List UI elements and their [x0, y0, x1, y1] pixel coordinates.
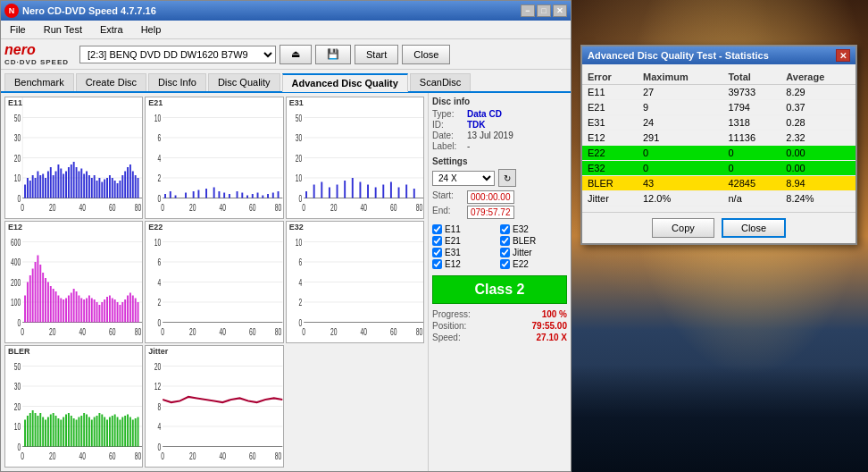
svg-text:30: 30 — [14, 382, 21, 392]
svg-rect-270 — [106, 420, 108, 447]
stats-cell-error: E22 — [582, 146, 638, 161]
svg-rect-61 — [138, 178, 139, 198]
close-app-button[interactable]: Close — [402, 45, 450, 64]
svg-text:60: 60 — [109, 203, 116, 214]
end-label: End: — [432, 206, 463, 219]
stats-col-total: Total — [722, 70, 780, 85]
svg-text:40: 40 — [220, 203, 227, 214]
tab-scan-disc[interactable]: ScanDisc — [410, 73, 471, 91]
svg-rect-34 — [68, 167, 70, 198]
svg-text:600: 600 — [11, 237, 21, 248]
svg-text:50: 50 — [14, 113, 21, 123]
nero-application: N Nero CD-DVD Speed 4.7.7.16 − □ ✕ File … — [0, 0, 572, 472]
svg-text:10: 10 — [295, 173, 302, 184]
svg-rect-251 — [57, 418, 59, 447]
start-row: Start: 000:00.00 — [432, 190, 567, 204]
svg-rect-272 — [112, 416, 113, 447]
position-row: Position: 79:55.00 — [432, 321, 567, 331]
disc-label-val: - — [467, 141, 470, 151]
svg-rect-256 — [71, 416, 72, 447]
stats-col-average: Average — [780, 70, 855, 85]
close-button[interactable]: ✕ — [553, 4, 567, 17]
drive-select[interactable]: [2:3] BENQ DVD DD DW1620 B7W9 — [79, 46, 276, 63]
menu-bar: File Run Test Extra Help — [1, 21, 571, 39]
svg-text:20: 20 — [189, 451, 196, 462]
tab-advanced-disc-quality[interactable]: Advanced Disc Quality — [282, 73, 408, 92]
svg-rect-254 — [65, 415, 67, 447]
svg-rect-241 — [32, 410, 34, 447]
menu-file[interactable]: File — [4, 22, 31, 37]
checkbox-bler: BLER — [500, 236, 567, 246]
menu-run-test[interactable]: Run Test — [38, 22, 88, 37]
stats-cell-total: 0 — [722, 161, 780, 176]
speed-label2: Speed: — [432, 333, 461, 342]
background-panel: Advanced Disc Quality Test - Statistics … — [572, 0, 868, 472]
chart-e12-svg: 0 100 200 400 600 0 20 40 60 80 — [5, 222, 142, 342]
svg-text:2: 2 — [158, 173, 162, 184]
stats-cell-total: 39733 — [722, 85, 780, 100]
svg-rect-125 — [390, 182, 392, 198]
svg-rect-279 — [129, 417, 131, 447]
stats-cell-error: E12 — [582, 131, 638, 146]
svg-rect-52 — [114, 181, 116, 198]
checkbox-e12-input[interactable] — [432, 259, 442, 269]
checkbox-e11-input[interactable] — [432, 224, 442, 234]
menu-help[interactable]: Help — [136, 22, 167, 37]
stats-cell-avg: 0.37 — [780, 100, 855, 115]
chart-e22: E22 0 2 4 6 10 0 20 40 60 — [145, 221, 283, 343]
save-button[interactable]: 💾 — [315, 45, 351, 64]
stats-cell-error: Jitter — [582, 191, 638, 206]
maximize-button[interactable]: □ — [537, 4, 551, 17]
svg-text:2: 2 — [158, 298, 162, 308]
svg-text:0: 0 — [302, 327, 305, 338]
speed-select[interactable]: 24 X — [432, 171, 495, 186]
svg-rect-116 — [321, 182, 322, 198]
svg-rect-265 — [94, 417, 96, 447]
eject-button[interactable]: ⏏ — [280, 45, 312, 64]
app-icon: N — [4, 4, 19, 18]
tab-disc-info[interactable]: Disc Info — [148, 73, 206, 91]
disc-label-label: Label: — [432, 141, 463, 151]
svg-rect-42 — [88, 175, 90, 198]
svg-rect-86 — [219, 191, 221, 198]
checkbox-e31-input[interactable] — [432, 248, 442, 257]
stats-col-error: Error — [582, 70, 638, 85]
checkbox-e21-input[interactable] — [432, 236, 442, 246]
tab-disc-quality[interactable]: Disc Quality — [208, 73, 280, 91]
stats-close-x-button[interactable]: ✕ — [836, 49, 850, 62]
svg-text:0: 0 — [21, 451, 24, 462]
svg-rect-259 — [78, 417, 79, 447]
svg-rect-49 — [106, 178, 108, 198]
speed-row: 24 X ↻ — [432, 169, 567, 187]
svg-rect-97 — [278, 191, 280, 198]
stats-cell-max: 291 — [638, 131, 722, 146]
svg-text:6: 6 — [298, 257, 302, 268]
close-stats-button[interactable]: Close — [722, 218, 786, 238]
speed-refresh-button[interactable]: ↻ — [498, 169, 516, 187]
tab-create-disc[interactable]: Create Disc — [76, 73, 146, 91]
disc-info-title: Disc info — [432, 97, 567, 106]
checkbox-e32-input[interactable] — [500, 224, 510, 234]
tab-benchmark[interactable]: Benchmark — [4, 73, 74, 91]
svg-rect-44 — [94, 175, 96, 198]
checkbox-jitter-input[interactable] — [500, 248, 510, 257]
svg-rect-258 — [76, 420, 78, 447]
stats-cell-avg: 0.28 — [780, 115, 855, 131]
svg-text:2: 2 — [298, 298, 302, 308]
checkbox-e22-input[interactable] — [500, 259, 510, 269]
progress-val: 100 % — [542, 309, 567, 319]
svg-rect-246 — [45, 420, 46, 447]
start-button[interactable]: Start — [355, 45, 398, 64]
svg-rect-263 — [88, 417, 90, 447]
svg-rect-124 — [382, 185, 384, 198]
checkbox-bler-input[interactable] — [500, 236, 510, 246]
minimize-button[interactable]: − — [521, 4, 535, 17]
copy-button[interactable]: Copy — [652, 218, 714, 238]
chart-e11-svg: 0 10 20 30 50 0 20 40 60 80 — [5, 97, 142, 218]
menu-extra[interactable]: Extra — [95, 22, 129, 37]
checkbox-e32: E32 — [500, 224, 567, 234]
settings-section: Settings 24 X ↻ Start: 000:00.00 End: 07… — [432, 156, 567, 219]
app-title: Nero CD-DVD Speed 4.7.7.16 — [22, 5, 521, 16]
stats-cell-avg: 8.24% — [780, 191, 855, 206]
svg-rect-169 — [86, 299, 88, 323]
